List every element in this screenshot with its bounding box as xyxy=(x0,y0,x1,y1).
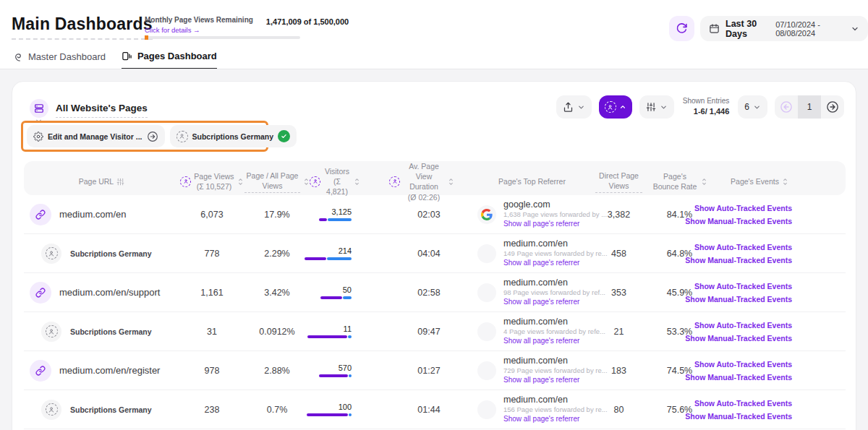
segment-toggle-button[interactable] xyxy=(599,95,632,119)
next-page-button[interactable] xyxy=(821,95,844,119)
page-size-select[interactable]: 6 xyxy=(738,95,767,119)
duration-value: 09:47 xyxy=(389,327,469,337)
auto-tracked-events-link[interactable]: Show Auto-Tracked Events xyxy=(694,360,792,369)
segment-visitors-bar xyxy=(319,374,348,377)
link-icon[interactable] xyxy=(30,204,51,225)
database-icon xyxy=(34,103,44,113)
referrer-description: 98 Page views forwarded by ref... xyxy=(503,288,605,297)
card-title: All Website's Pages xyxy=(56,103,148,118)
col-page-share: Page / All Page Views xyxy=(244,171,310,193)
referrer-description: 149 Page views forwarded by re... xyxy=(503,249,608,258)
direct-views-value: 183 xyxy=(595,366,642,376)
referrer-favicon xyxy=(477,400,496,419)
user-segment-icon[interactable] xyxy=(41,322,61,342)
duration-value: 04:04 xyxy=(389,249,469,259)
calendar-icon xyxy=(709,23,720,34)
col-events: Page's Events xyxy=(717,176,846,186)
arrow-right-circle-icon[interactable] xyxy=(147,131,158,142)
show-all-referrer-link[interactable]: Show all page's referrer xyxy=(503,336,605,346)
page-views-value: 978 xyxy=(179,366,244,376)
refresh-icon xyxy=(676,22,688,35)
master-dashboard-icon xyxy=(12,51,23,62)
col-page-views: Page Views(Σ 10,527) xyxy=(179,171,244,192)
visitors-bar xyxy=(305,257,352,260)
tab-master-dashboard[interactable]: Master Dashboard xyxy=(12,51,106,69)
manual-tracked-events-link[interactable]: Show Manual-Tracked Events xyxy=(685,295,792,304)
quota-progress-fill xyxy=(145,35,148,40)
table-row: medium.com/en/support 1,161 3.42% 50 02:… xyxy=(24,273,846,312)
show-all-referrer-link[interactable]: Show all page's referrer xyxy=(503,297,605,307)
page-url: medium.com/en/register xyxy=(59,365,160,376)
prev-page-button[interactable] xyxy=(775,95,798,119)
page-share-value: 3.42% xyxy=(244,288,310,298)
manual-tracked-events-link[interactable]: Show Manual-Tracked Events xyxy=(685,373,792,382)
user-segment-icon[interactable] xyxy=(41,400,61,420)
visitors-cell: 11 xyxy=(310,324,389,338)
refresh-button[interactable] xyxy=(669,16,694,41)
auto-tracked-events-link[interactable]: Show Auto-Tracked Events xyxy=(694,282,792,291)
segment-chip[interactable]: Subcriptions Germany xyxy=(170,125,297,147)
chevron-down-icon xyxy=(851,25,859,33)
page-title: Main Dashboards xyxy=(12,14,153,40)
visitors-bar xyxy=(307,335,352,338)
show-all-referrer-link[interactable]: Show all page's referrer xyxy=(503,414,608,424)
page-views-value: 1,161 xyxy=(179,288,244,298)
table-row: Subcriptions Germany 31 0.0912% 11 09:47… xyxy=(24,312,846,351)
show-all-referrer-link[interactable]: Show all page's referrer xyxy=(503,258,608,268)
chevron-down-icon xyxy=(753,103,761,111)
show-all-referrer-link[interactable]: Show all page's referrer xyxy=(503,219,607,229)
sort-icon[interactable] xyxy=(782,178,788,186)
referrer-favicon xyxy=(477,244,496,263)
google-icon xyxy=(477,205,496,224)
dashboard-tabs: Master Dashboard Pages Dashboard xyxy=(12,51,217,69)
sort-icon[interactable] xyxy=(303,178,310,186)
manual-tracked-events-link[interactable]: Show Manual-Tracked Events xyxy=(685,334,792,343)
other-visitors-bar xyxy=(349,413,352,416)
manual-tracked-events-link[interactable]: Show Manual-Tracked Events xyxy=(685,217,792,225)
visitors-cell: 570 xyxy=(310,364,389,377)
manual-tracked-events-link[interactable]: Show Manual-Tracked Events xyxy=(685,412,792,421)
visitors-bar xyxy=(307,413,352,416)
direct-views-value: 21 xyxy=(595,327,642,337)
date-range-value: 07/10/2024 - 08/08/2024 xyxy=(775,20,845,38)
edit-visitor-chip[interactable]: Edit and Manage Visitor ... xyxy=(27,125,165,147)
tab-pages-dashboard[interactable]: Pages Dashboard xyxy=(122,51,217,69)
page-url: medium.com/en/support xyxy=(59,287,160,298)
referrer-favicon xyxy=(477,283,496,302)
page-url: Subcriptions Germany xyxy=(70,249,152,258)
column-filter-icon[interactable] xyxy=(116,178,124,186)
check-icon xyxy=(278,130,290,142)
sort-icon[interactable] xyxy=(448,178,454,186)
sort-icon[interactable] xyxy=(354,178,360,186)
link-icon[interactable] xyxy=(30,360,51,382)
datasource-button[interactable] xyxy=(30,99,48,118)
auto-tracked-events-link[interactable]: Show Auto-Tracked Events xyxy=(694,243,792,251)
quota-block: Monthly Page Views Remaining Click for d… xyxy=(145,16,349,34)
link-icon[interactable] xyxy=(30,282,51,304)
export-button[interactable] xyxy=(556,95,592,119)
visitors-bar xyxy=(320,296,352,299)
user-segment-icon[interactable] xyxy=(41,244,61,264)
auto-tracked-events-link[interactable]: Show Auto-Tracked Events xyxy=(694,321,792,330)
card-controls: Shown Entries 1-6/ 1,446 6 1 xyxy=(556,95,844,119)
visitors-cell: 100 xyxy=(310,403,389,416)
current-page-number[interactable]: 1 xyxy=(798,95,821,119)
quota-details-link[interactable]: Click for details → xyxy=(145,26,253,34)
referrer-description: 1,638 Page views forwarded by ... xyxy=(503,210,607,219)
referrer-cell: google.com 1,638 Page views forwarded by… xyxy=(469,199,595,230)
auto-tracked-events-link[interactable]: Show Auto-Tracked Events xyxy=(694,204,792,212)
auto-tracked-events-link[interactable]: Show Auto-Tracked Events xyxy=(694,399,792,408)
visitors-value: 11 xyxy=(344,324,352,333)
referrer-name: google.com xyxy=(503,199,607,211)
date-range-picker[interactable]: Last 30 Days 07/10/2024 - 08/08/2024 xyxy=(700,16,868,41)
column-settings-button[interactable] xyxy=(639,95,674,119)
segment-visitors-bar xyxy=(320,296,342,299)
col-direct-views: Direct Page Views xyxy=(595,171,642,193)
manual-tracked-events-link[interactable]: Show Manual-Tracked Events xyxy=(685,256,792,265)
show-all-referrer-link[interactable]: Show all page's referrer xyxy=(503,375,608,385)
sort-icon[interactable] xyxy=(237,178,244,186)
sort-icon[interactable] xyxy=(701,178,707,186)
referrer-name: medium.com/en xyxy=(503,278,605,289)
other-visitors-bar xyxy=(343,296,352,299)
pages-dashboard-icon xyxy=(122,51,132,61)
